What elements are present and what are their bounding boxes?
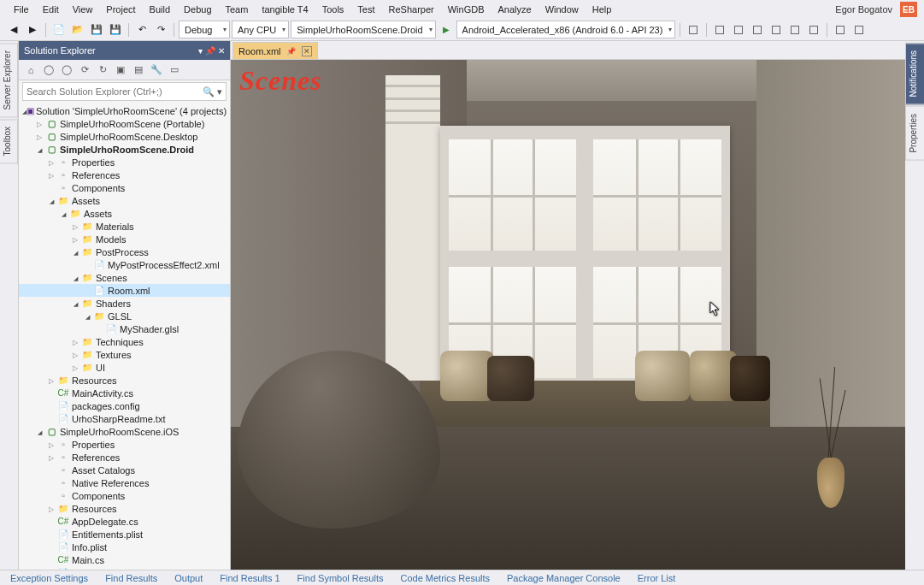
tree-node[interactable]: 📁Resources — [19, 374, 230, 387]
status-exception-settings[interactable]: Exception Settings — [7, 573, 91, 583]
expand-icon[interactable] — [70, 222, 80, 231]
status-output[interactable]: Output — [171, 573, 206, 583]
expand-icon[interactable] — [46, 376, 56, 385]
pin-icon[interactable]: ▾ 📌 ✕ — [198, 46, 225, 56]
tree-node[interactable]: ▢SimpleUrhoRoomScene.Droid — [19, 143, 230, 156]
tree-node[interactable]: 📄MyShader.glsl — [19, 322, 230, 335]
solution-tree[interactable]: ▣Solution 'SimpleUrhoRoomScene' (4 proje… — [19, 103, 230, 570]
expand-icon[interactable] — [46, 197, 56, 205]
tree-node[interactable]: ▫Native References — [19, 476, 230, 489]
menu-wingdb[interactable]: WinGDB — [441, 3, 491, 16]
expand-icon[interactable] — [46, 171, 56, 180]
refresh-icon[interactable]: ↻ — [94, 62, 111, 79]
status-error-list[interactable]: Error List — [634, 573, 680, 583]
tree-node[interactable]: ▫Properties — [19, 156, 230, 168]
menu-view[interactable]: View — [66, 3, 100, 16]
tree-node[interactable]: ▫Components — [19, 181, 230, 194]
tree-node[interactable]: C#Main.cs — [19, 553, 230, 566]
tool-icon-4[interactable] — [749, 21, 766, 38]
properties-icon[interactable]: 🔧 — [148, 62, 165, 79]
save-icon[interactable]: 💾 — [88, 21, 105, 38]
toolbox-tab[interactable]: Toolbox — [0, 119, 18, 163]
tab-pin-icon[interactable]: 📌 — [286, 46, 297, 56]
platform-dropdown[interactable]: Any CPU — [232, 21, 289, 38]
menu-tangible-t4[interactable]: tangible T4 — [255, 3, 315, 16]
nav-fwd-icon[interactable]: ▶ — [24, 21, 41, 38]
tool-icon-9[interactable] — [850, 21, 868, 38]
menu-file[interactable]: File — [7, 3, 36, 16]
tree-node[interactable]: 📁Assets — [19, 207, 230, 220]
config-dropdown[interactable]: Debug — [179, 21, 230, 38]
menu-analyze[interactable]: Analyze — [491, 3, 539, 16]
expand-icon[interactable] — [58, 210, 68, 218]
preview-icon[interactable]: ▭ — [166, 62, 183, 79]
expand-icon[interactable] — [46, 453, 56, 462]
tool-icon-2[interactable] — [711, 21, 728, 38]
expand-icon[interactable] — [70, 351, 80, 359]
expand-icon[interactable] — [34, 428, 44, 436]
properties-tab[interactable]: Properties — [905, 106, 924, 161]
tab-close-icon[interactable]: ✕ — [302, 46, 312, 56]
open-file-icon[interactable]: 📂 — [69, 21, 86, 38]
tool-icon-1[interactable] — [685, 21, 702, 38]
tree-node[interactable]: 📁Materials — [19, 220, 230, 233]
tree-node[interactable]: 📄Entitlements.plist — [19, 528, 230, 541]
collapse-icon[interactable]: ▣ — [112, 62, 129, 79]
back-icon[interactable]: ◯ — [40, 62, 57, 79]
tab-room-xml[interactable]: Room.xml 📌 ✕ — [232, 42, 318, 59]
expand-icon[interactable] — [70, 338, 80, 346]
menu-build[interactable]: Build — [143, 3, 177, 16]
tree-node[interactable]: C#AppDelegate.cs — [19, 515, 230, 528]
tree-node[interactable]: 📁Scenes — [19, 271, 230, 284]
expand-icon[interactable] — [46, 158, 56, 167]
tree-node[interactable]: 📄packages.config — [19, 399, 230, 412]
save-all-icon[interactable]: 💾 — [107, 21, 124, 38]
home-icon[interactable]: ⌂ — [22, 62, 39, 79]
tree-node[interactable]: ▫Asset Catalogs — [19, 464, 230, 476]
status-package-manager-console[interactable]: Package Manager Console — [503, 573, 624, 583]
expand-icon[interactable] — [46, 505, 56, 513]
tree-node[interactable]: 📁Shaders — [19, 297, 230, 310]
expand-icon[interactable] — [34, 133, 44, 141]
tree-node[interactable]: 📄Info.plist — [19, 541, 230, 553]
expand-icon[interactable] — [70, 235, 80, 244]
expand-icon[interactable] — [70, 248, 80, 257]
device-dropdown[interactable]: Android_Accelerated_x86 (Android 6.0 - A… — [456, 21, 676, 38]
tree-node[interactable]: 📄UrhoSharpReadme.txt — [19, 412, 230, 425]
tree-node[interactable]: ▣Solution 'SimpleUrhoRoomScene' (4 proje… — [19, 104, 230, 117]
tree-node[interactable]: 📁Techniques — [19, 335, 230, 348]
status-code-metrics-results[interactable]: Code Metrics Results — [397, 573, 493, 583]
status-find-results-1[interactable]: Find Results 1 — [216, 573, 283, 583]
redo-icon[interactable]: ↷ — [152, 21, 169, 38]
server-explorer-tab[interactable]: Server Explorer — [0, 43, 18, 117]
tree-node[interactable]: ▫References — [19, 451, 230, 464]
tree-node[interactable]: ▫Properties — [19, 438, 230, 451]
user-name[interactable]: Egor Bogatov — [830, 4, 898, 15]
menu-test[interactable]: Test — [350, 3, 381, 16]
tool-icon-8[interactable] — [832, 21, 849, 38]
tree-node[interactable]: ▢SimpleUrhoRoomScene.iOS — [19, 425, 230, 438]
sync-icon[interactable]: ⟳ — [76, 62, 93, 79]
tool-icon-5[interactable] — [768, 21, 785, 38]
menu-tools[interactable]: Tools — [315, 3, 351, 16]
tree-node[interactable]: C#MainActivity.cs — [19, 387, 230, 399]
tree-node[interactable]: 📁Resources — [19, 502, 230, 515]
nav-back-icon[interactable]: ◀ — [5, 21, 22, 38]
expand-icon[interactable] — [34, 120, 44, 128]
new-project-icon[interactable]: 📄 — [50, 21, 68, 38]
status-find-results[interactable]: Find Results — [102, 573, 161, 583]
tool-icon-3[interactable] — [730, 21, 747, 38]
undo-icon[interactable]: ↶ — [133, 21, 150, 38]
tree-node[interactable]: 📁Models — [19, 233, 230, 245]
startup-project-dropdown[interactable]: SimpleUrhoRoomScene.Droid — [291, 21, 435, 38]
tree-node[interactable]: 📄MyPostProcessEffect2.xml — [19, 258, 230, 271]
tree-node[interactable]: 📁PostProcess — [19, 245, 230, 258]
menu-project[interactable]: Project — [99, 3, 142, 16]
start-debug-icon[interactable]: ▶ — [438, 21, 455, 38]
solution-search-input[interactable] — [26, 86, 203, 97]
tree-node[interactable]: ▢SimpleUrhoRoomScene (Portable) — [19, 117, 230, 130]
show-all-icon[interactable]: ▤ — [130, 62, 147, 79]
solution-explorer-header[interactable]: Solution Explorer ▾ 📌 ✕ — [19, 41, 230, 60]
tool-icon-6[interactable] — [786, 21, 803, 38]
tree-node[interactable]: 📁Textures — [19, 348, 230, 361]
